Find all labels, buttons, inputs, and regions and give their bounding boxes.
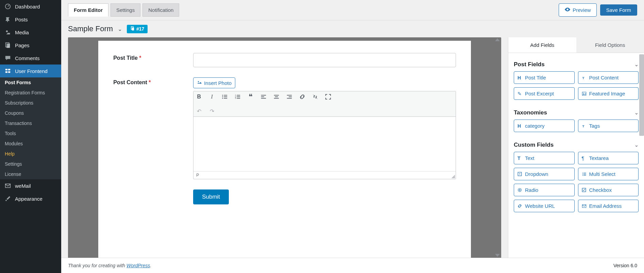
bullet-list-icon[interactable] [221,93,228,100]
quote-icon[interactable]: ❝ [247,93,254,100]
sidebar-item-comments[interactable]: Comments [0,52,61,65]
svg-rect-5 [8,69,10,71]
section-taxonomies[interactable]: Taxonomies ⌄ [514,106,639,120]
numbered-list-icon[interactable]: 123 [234,93,241,100]
sidebar-item-appearance[interactable]: Appearance [0,192,61,205]
brush-icon [4,195,12,202]
unlink-icon[interactable] [312,93,319,100]
sidebar-sub-coupons[interactable]: Coupons [0,108,61,118]
section-custom-fields[interactable]: Custom Fields ⌄ [514,138,639,152]
sidebar-sub-tools[interactable]: Tools [0,128,61,139]
field-textarea-button[interactable]: ¶Textarea [578,152,639,164]
tab-notification[interactable]: Notification [142,3,179,17]
svg-point-35 [583,93,583,93]
svg-point-16 [222,98,223,99]
field-post-title[interactable]: Post Title * [113,53,456,67]
sidebar-sub-license[interactable]: License [0,169,61,179]
form-title-row: Sample Form ⌄ #17 [61,20,644,37]
field-btn-label: Tags [589,123,600,129]
sidebar-item-media[interactable]: Media [0,26,61,39]
field-post-content-button[interactable]: TPost Content [578,71,639,84]
tab-form-editor[interactable]: Form Editor [68,3,108,17]
svg-rect-26 [261,98,266,99]
form-title: Sample Form [68,24,113,33]
svg-rect-13 [224,95,227,96]
admin-sidebar: Dashboard Posts Media Pages Comments Use… [0,0,61,273]
sidebar-item-dashboard[interactable]: Dashboard [0,0,61,13]
media-icon [4,29,12,36]
svg-text:T: T [582,76,584,79]
sidebar-sub-help[interactable]: Help [0,149,61,159]
sidebar-sub-transactions[interactable]: Transactions [0,118,61,128]
sidebar-sub-subscriptions[interactable]: Subscriptions [0,98,61,108]
sidebar-sub-modules[interactable]: Modules [0,139,61,149]
post-title-input[interactable] [193,53,456,67]
save-form-button[interactable]: Save Form [600,4,637,16]
svg-rect-27 [274,95,279,96]
sidebar-item-user-frontend[interactable]: User Frontend [0,65,61,77]
preview-label: Preview [573,7,591,13]
sidebar-sub-post-forms[interactable]: Post Forms [0,77,61,88]
section-title: Custom Fields [514,142,554,148]
field-website-url-button[interactable]: Website URL [514,200,575,212]
wordpress-link[interactable]: WordPress [126,263,150,268]
insert-photo-button[interactable]: Insert Photo [193,77,235,88]
eye-icon [564,6,571,14]
envelope-icon [582,204,587,208]
field-post-content[interactable]: Post Content * Insert Photo B [113,77,456,179]
content-editable-area[interactable] [193,117,456,171]
panel-tabs: Add Fields Field Options [508,37,644,53]
field-dropdown-button[interactable]: Dropdown [514,168,575,180]
sidebar-item-wemail[interactable]: weMail [0,179,61,192]
field-post-title-button[interactable]: HPost Title [514,71,575,84]
field-featured-image-button[interactable]: Featured Image [578,87,639,100]
tab-field-options[interactable]: Field Options [576,37,644,53]
redo-icon[interactable]: ↷ [208,108,215,114]
align-right-icon[interactable] [286,93,293,100]
preview-button[interactable]: Preview [559,3,596,17]
field-category-button[interactable]: Hcategory [514,120,575,132]
field-btn-label: Checkbox [589,187,612,193]
field-radio-button[interactable]: Radio [514,184,575,196]
list-icon [582,172,587,177]
field-email-button[interactable]: Email Address [578,200,639,212]
align-center-icon[interactable] [273,93,280,100]
sidebar-sub-registration-forms[interactable]: Registration Forms [0,88,61,98]
field-checkbox-button[interactable]: Checkbox [578,184,639,196]
italic-icon[interactable]: I [208,93,215,100]
field-btn-label: Email Address [589,203,622,209]
field-tags-button[interactable]: TTags [578,120,639,132]
field-btn-label: Dropdown [525,171,548,177]
svg-rect-29 [274,98,279,99]
insert-photo-label: Insert Photo [204,80,232,86]
wp-version: Version 6.0 [613,263,637,268]
field-text-button[interactable]: TText [514,152,575,164]
sidebar-item-posts[interactable]: Posts [0,13,61,26]
field-post-excerpt-button[interactable]: ✎Post Excerpt [514,87,575,100]
sidebar-item-pages[interactable]: Pages [0,39,61,52]
caret-square-icon [518,172,523,176]
link-icon[interactable] [299,93,306,100]
align-left-icon[interactable] [260,93,267,100]
required-mark: * [149,79,151,85]
chevron-down-icon[interactable]: ⌄ [118,26,122,32]
submit-button[interactable]: Submit [193,189,229,204]
sidebar-sub-settings[interactable]: Settings [0,159,61,169]
bold-icon[interactable]: B [196,93,202,100]
post-content-label: Post Content * [113,77,193,179]
tab-add-fields[interactable]: Add Fields [508,37,576,53]
fullscreen-icon[interactable] [325,93,332,100]
envelope-icon [4,182,12,189]
field-multi-select-button[interactable]: Multi Select [578,168,639,180]
tab-settings[interactable]: Settings [111,3,140,17]
paragraph-icon: ¶ [582,156,587,161]
section-title: Post Fields [514,61,545,68]
dashboard-icon [4,3,12,10]
form-id-badge: #17 [127,25,148,33]
svg-point-14 [222,96,223,97]
label-text: Post Title [113,55,138,61]
undo-icon[interactable]: ↶ [196,108,202,114]
section-title: Taxonomies [514,109,547,116]
section-post-fields[interactable]: Post Fields ⌄ [514,58,639,71]
svg-point-11 [198,81,199,82]
